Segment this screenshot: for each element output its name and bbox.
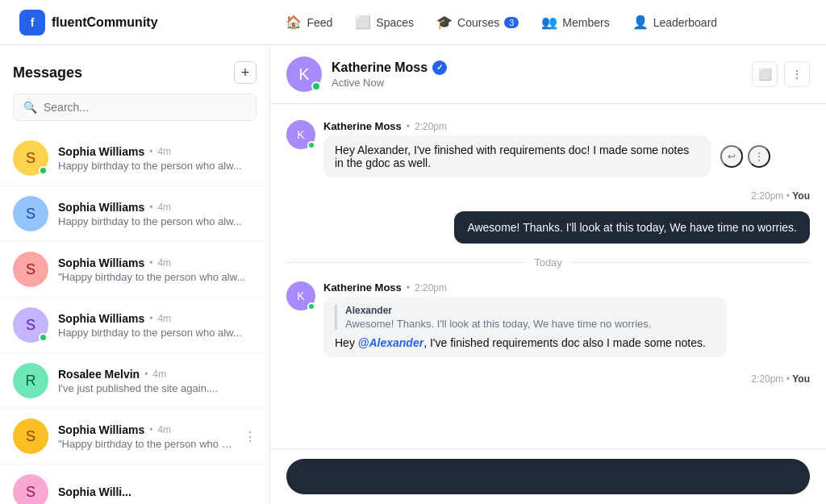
- search-icon: 🔍: [23, 101, 37, 114]
- sender-avatar: K: [286, 120, 315, 149]
- message-group: K Katherine Moss • 2:20pm Alexander A: [286, 281, 810, 357]
- messages-header: Messages +: [0, 45, 269, 94]
- message-time: 4m: [157, 202, 171, 213]
- chat-actions: ⬜ ⋮: [752, 61, 810, 87]
- courses-icon: 🎓: [436, 15, 453, 30]
- contact-name: Sophia Williams: [58, 256, 144, 269]
- list-item[interactable]: S Sophia Willi...: [0, 464, 269, 504]
- home-icon: 🏠: [286, 15, 302, 30]
- more-options-icon[interactable]: ⋮: [244, 429, 257, 444]
- courses-badge: 3: [504, 17, 519, 28]
- nav-leaderboard[interactable]: 👤 Leaderboard: [632, 15, 717, 30]
- contact-name: Sophia Williams: [58, 312, 144, 325]
- self-message-row: Awesome! Thanks. I'll look at this today…: [286, 211, 810, 244]
- contact-status: Active Now: [332, 77, 742, 89]
- quoted-message: Alexander Awesome! Thanks. I'll look at …: [335, 305, 715, 330]
- online-indicator: [39, 166, 48, 175]
- online-indicator: [39, 333, 48, 342]
- message-preview: Happy birthday to the person who alw...: [58, 160, 257, 172]
- message-preview: Happy birthday to the person who alw...: [58, 215, 257, 227]
- message-preview: "Happy birthday to the person who alw...: [58, 271, 257, 283]
- mention: @Alexander: [358, 336, 423, 349]
- message-timestamp: 2:20pm: [415, 282, 447, 294]
- main-content: Messages + 🔍 S Sophia Williams • 4m: [0, 45, 826, 504]
- message-time: 4m: [157, 257, 171, 269]
- list-item[interactable]: S Sophia Williams • 4m Happy birthday to…: [0, 298, 269, 353]
- chat-header: K Katherine Moss ✓ Active Now ⬜ ⋮: [270, 45, 826, 104]
- reply-button[interactable]: ↩: [720, 145, 743, 168]
- chat-input-box[interactable]: [286, 459, 810, 494]
- nav-spaces[interactable]: ⬜ Spaces: [355, 15, 414, 30]
- avatar: S: [13, 474, 48, 504]
- self-message-meta: 2:20pm • You: [286, 190, 810, 202]
- nav-courses[interactable]: 🎓 Courses 3: [436, 15, 519, 30]
- logo-icon: f: [19, 10, 45, 35]
- conversation-list: S Sophia Williams • 4m Happy birthday to…: [0, 131, 269, 504]
- message-group: K Katherine Moss • 2:20pm Hey Alexander,…: [286, 120, 810, 177]
- messages-panel: Messages + 🔍 S Sophia Williams • 4m: [0, 45, 270, 504]
- chat-contact-name: Katherine Moss ✓: [332, 60, 742, 75]
- list-item[interactable]: S Sophia Williams • 4m "Happy birthday t…: [0, 242, 269, 298]
- avatar: S: [13, 252, 48, 287]
- message-time: 4m: [157, 424, 171, 435]
- avatar: R: [13, 363, 48, 398]
- message-preview: I've just published the site again....: [58, 382, 257, 394]
- contact-name: Sophia Williams: [58, 145, 144, 158]
- layout-toggle-button[interactable]: ⬜: [752, 61, 778, 87]
- contact-name: Rosalee Melvin: [58, 368, 140, 381]
- logo[interactable]: f fluentCommunity: [19, 10, 158, 35]
- message-actions: ↩ ⋮: [720, 145, 770, 168]
- top-navigation: f fluentCommunity 🏠 Feed ⬜ Spaces 🎓 Cour…: [0, 0, 826, 45]
- avatar: S: [13, 307, 48, 343]
- nav-feed[interactable]: 🏠 Feed: [286, 15, 332, 30]
- search-box: 🔍: [13, 94, 257, 121]
- list-item[interactable]: S Sophia Williams • 4m Happy birthday to…: [0, 186, 269, 242]
- nav-members[interactable]: 👥 Members: [541, 15, 609, 30]
- message-bubble-quoted: Alexander Awesome! Thanks. I'll look at …: [323, 297, 727, 357]
- message-time: 4m: [157, 313, 171, 324]
- contact-name: Sophia Willi...: [58, 485, 131, 498]
- sender-avatar: K: [286, 281, 315, 310]
- message-bubble: Hey Alexander, I've finished with requir…: [323, 135, 711, 177]
- date-divider: Today: [286, 256, 810, 269]
- messages-title: Messages: [13, 65, 82, 81]
- sender-name: Katherine Moss: [323, 281, 402, 294]
- online-dot: [307, 302, 315, 310]
- last-message-meta: 2:20pm • You: [286, 373, 810, 385]
- online-dot: [307, 141, 315, 149]
- message-more-button[interactable]: ⋮: [748, 145, 770, 168]
- chat-input-area: [270, 448, 826, 504]
- more-options-button[interactable]: ⋮: [784, 61, 810, 87]
- message-row: K Katherine Moss • 2:20pm Alexander A: [286, 281, 810, 357]
- message-time: 4m: [152, 369, 166, 380]
- verified-icon: ✓: [432, 60, 447, 75]
- members-icon: 👥: [541, 15, 557, 30]
- message-timestamp: 2:20pm: [415, 121, 447, 132]
- list-item[interactable]: R Rosalee Melvin • 4m I've just publishe…: [0, 353, 269, 409]
- message-time: 4m: [157, 146, 171, 157]
- ellipsis-icon: ⋮: [791, 68, 803, 81]
- contact-avatar-wrap: K: [286, 56, 322, 92]
- online-dot: [311, 81, 321, 91]
- contact-name: Sophia Williams: [58, 423, 144, 436]
- spaces-icon: ⬜: [355, 15, 371, 30]
- message-group: 2:20pm • You Awesome! Thanks. I'll look …: [286, 190, 810, 244]
- avatar: S: [13, 140, 48, 176]
- message-preview: Happy birthday to the person who alw...: [58, 327, 257, 339]
- sender-name: Katherine Moss: [323, 120, 402, 132]
- avatar: S: [13, 419, 48, 454]
- logo-text: fluentCommunity: [52, 15, 158, 30]
- nav-items: 🏠 Feed ⬜ Spaces 🎓 Courses 3 👥 Members 👤 …: [197, 15, 807, 30]
- contact-name: Sophia Williams: [58, 201, 144, 214]
- add-conversation-button[interactable]: +: [234, 61, 257, 84]
- list-item[interactable]: S Sophia Williams • 4m "Happy birthday t…: [0, 409, 269, 464]
- message-preview: "Happy birthday to the person who alw...: [58, 438, 234, 450]
- avatar: S: [13, 196, 48, 231]
- search-input[interactable]: [44, 101, 246, 114]
- message-row: K Katherine Moss • 2:20pm Hey Alexander,…: [286, 120, 810, 177]
- self-message-bubble: Awesome! Thanks. I'll look at this today…: [454, 211, 810, 244]
- layout-icon: ⬜: [758, 68, 772, 81]
- leaderboard-icon: 👤: [632, 15, 649, 30]
- chat-panel: K Katherine Moss ✓ Active Now ⬜ ⋮: [270, 45, 826, 504]
- list-item[interactable]: S Sophia Williams • 4m Happy birthday to…: [0, 131, 269, 186]
